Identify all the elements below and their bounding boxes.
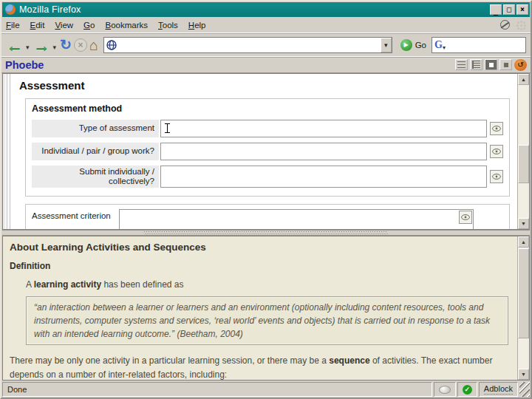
scroll-up-icon: ▲: [521, 239, 526, 245]
chevron-down-icon: ▾: [384, 41, 388, 49]
sync-icon: ↺: [517, 59, 523, 71]
google-icon[interactable]: G: [434, 39, 443, 51]
back-button[interactable]: ←: [6, 38, 23, 52]
sync-button[interactable]: ↺: [514, 59, 527, 71]
close-button[interactable]: ×: [516, 4, 528, 15]
window-title: Mozilla Firefox: [19, 4, 488, 15]
eye-icon: [461, 214, 470, 220]
search-engine-dropdown[interactable]: ▾: [443, 44, 446, 51]
status-text-panel: Done: [2, 382, 432, 397]
help-scrollbar[interactable]: ▲ ▼: [517, 236, 529, 380]
definition-intro: A learning activity has been defined as: [26, 279, 508, 290]
field-label: Type of assessment: [32, 120, 159, 137]
scroll-down-icon: ▼: [521, 221, 526, 226]
resize-grip[interactable]: [519, 382, 530, 397]
search-input[interactable]: [447, 38, 523, 52]
scroll-up-button[interactable]: ▲: [518, 74, 529, 85]
field-label: Individiaul / pair / group work?: [32, 143, 159, 160]
form-scrollbar[interactable]: ▲ ▼: [517, 74, 529, 229]
go-label: Go: [415, 41, 426, 50]
throbber-icon: [516, 20, 526, 30]
pane-splitter[interactable]: [2, 230, 530, 236]
forward-icon: →: [33, 38, 50, 52]
hint-button[interactable]: [490, 122, 503, 135]
single-pane-button[interactable]: [485, 59, 497, 70]
scroll-down-button[interactable]: ▼: [518, 369, 529, 380]
firefox-logo-icon: [5, 4, 16, 15]
maximize-icon: □: [507, 5, 511, 13]
assessment-pane: Assessment Assessment method Type of ass…: [2, 73, 530, 230]
globe-icon: [106, 40, 117, 50]
adblock-label: Adblock: [484, 384, 513, 395]
scroll-up-icon: ▲: [521, 77, 526, 82]
menu-edit[interactable]: Edit: [30, 21, 45, 30]
menu-file[interactable]: File: [6, 21, 20, 30]
form-row-individual-pair-group: Individiaul / pair / group work?: [32, 143, 503, 160]
search-box: G ▾: [432, 37, 526, 53]
hint-button[interactable]: [490, 145, 503, 158]
adblock-status-panel[interactable]: ✓: [457, 382, 477, 397]
help-pane: About Learning Activities and Sequences …: [2, 236, 530, 381]
sidebar-splitter[interactable]: [3, 74, 10, 229]
splitter-grip[interactable]: [144, 231, 388, 234]
scroll-down-button[interactable]: ▼: [518, 218, 529, 229]
close-icon: ×: [520, 5, 525, 13]
field-label: Submit individually / collectively?: [32, 166, 159, 188]
individual-pair-group-input[interactable]: [161, 143, 486, 160]
menu-view[interactable]: View: [55, 21, 73, 30]
adblock-panel[interactable]: Adblock: [479, 382, 518, 397]
section-title: Assessment method: [32, 103, 503, 114]
list-view-icon: [457, 61, 466, 68]
url-dropdown-button[interactable]: ▾: [381, 38, 392, 52]
assessment-criterion-textarea[interactable]: [120, 210, 473, 229]
indicator-panel: [434, 382, 456, 397]
scroll-up-button[interactable]: ▲: [518, 236, 529, 248]
scrollbar-thumb[interactable]: [518, 248, 529, 338]
type-of-assessment-input[interactable]: [161, 120, 486, 137]
go-button[interactable]: ▶ Go: [398, 39, 429, 51]
eye-icon: [492, 126, 501, 132]
minimize-button[interactable]: _: [490, 4, 502, 15]
list-view-button[interactable]: [455, 59, 468, 70]
navigation-toolbar: ← ▾ → ▾ ↻ × ⌂ ▾ ▶ Go G ▾: [1, 33, 531, 57]
url-input[interactable]: [119, 38, 381, 52]
app-header: Phoebe ↺: [1, 57, 531, 73]
help-paragraph: There may be only one activity in a part…: [10, 354, 508, 380]
submit-individually-input[interactable]: [161, 166, 486, 187]
single-pane-icon: [489, 63, 494, 67]
eye-icon: [492, 149, 501, 154]
forward-dropdown[interactable]: ▾: [53, 44, 57, 51]
field-label: Assessment criterion: [32, 209, 119, 220]
firefox-window: Mozilla Firefox _ □ × File Edit View Go …: [0, 0, 532, 399]
forward-button[interactable]: →: [33, 38, 50, 52]
hint-button[interactable]: [490, 170, 503, 183]
dual-pane-icon: [504, 63, 508, 67]
scrollbar-thumb[interactable]: [518, 145, 529, 183]
help-content: About Learning Activities and Sequences …: [3, 236, 517, 380]
stop-button[interactable]: ×: [74, 38, 87, 52]
menu-tools[interactable]: Tools: [158, 21, 178, 30]
back-dropdown[interactable]: ▾: [26, 44, 30, 51]
security-indicator-icon: [439, 386, 451, 394]
reload-button[interactable]: ↻: [60, 38, 72, 52]
form-row-type-of-assessment: Type of assessment: [32, 120, 503, 137]
eye-icon: [492, 174, 501, 180]
help-subtitle: Definition: [10, 261, 508, 271]
status-text: Done: [7, 385, 27, 394]
help-title: About Learning Activities and Sequences: [10, 242, 508, 253]
home-button[interactable]: ⌂: [89, 38, 98, 52]
minimize-icon: _: [494, 7, 498, 15]
maximize-button[interactable]: □: [503, 4, 515, 15]
form-row-submit-individually: Submit individually / collectively?: [32, 166, 503, 188]
dual-pane-button[interactable]: [499, 59, 512, 70]
hint-button[interactable]: [459, 211, 472, 224]
reload-icon: ↻: [60, 38, 72, 52]
detail-view-button[interactable]: [470, 59, 482, 70]
menu-go[interactable]: Go: [83, 21, 95, 30]
extension-icon[interactable]: [500, 20, 510, 30]
menu-help[interactable]: Help: [188, 21, 206, 30]
back-icon: ←: [6, 38, 23, 52]
go-icon: ▶: [400, 39, 412, 51]
assessment-criterion-section: Assessment criterion: [25, 204, 510, 229]
menu-bookmarks[interactable]: Bookmarks: [105, 21, 148, 30]
